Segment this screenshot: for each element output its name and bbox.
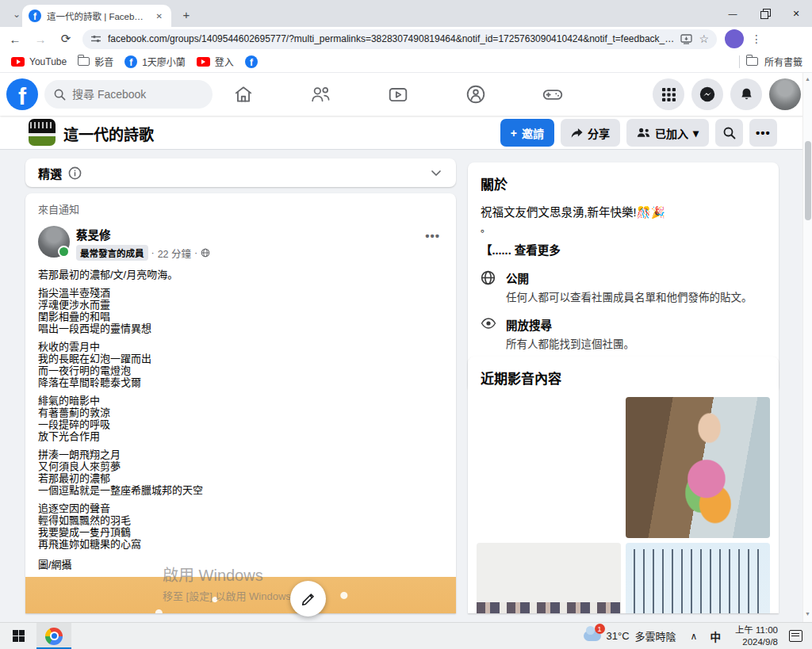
minimize-button[interactable]: —: [717, 0, 749, 27]
reload-button[interactable]: ⟳: [56, 29, 76, 49]
facebook-header-right: [653, 78, 801, 110]
group-name[interactable]: 這一代的詩歌: [63, 123, 154, 144]
poem-stanza: 指尖溫半壺殘酒 浮魂便涉水而靈 閨影相疊的和唱 唱出一段西堤的靈情異想: [38, 287, 443, 334]
scroll-down-arrow[interactable]: ▼: [805, 608, 810, 619]
window-controls: — ✕: [717, 0, 812, 27]
media-grid: 長街: [477, 397, 770, 613]
compose-post-button[interactable]: [290, 581, 326, 617]
taskbar-chrome-button[interactable]: [36, 623, 71, 649]
post-menu-button[interactable]: •••: [422, 226, 443, 246]
forward-button[interactable]: →: [30, 29, 51, 49]
notifications-button[interactable]: [730, 78, 762, 110]
clock-time: 上午 11:00: [735, 624, 778, 636]
back-button[interactable]: ←: [5, 29, 25, 49]
bookmark-folder-media[interactable]: 影音: [78, 55, 113, 68]
privacy-text: 公開 任何人都可以查看社團成員名單和他們發佈的貼文。: [506, 269, 753, 304]
browser-menu-button[interactable]: ⋮: [749, 29, 764, 48]
feed-card: 來自通知 蔡旻修 最常發言的成員 · 22 分鐘 · ••• 若那最初的濃郁/文…: [25, 193, 456, 613]
friends-icon: [310, 84, 331, 105]
poem-stanza: 緋氣的暗影中 有著薔薊的敦涼 一段提碎的呼吸 放下光合作用: [38, 395, 443, 442]
ellipsis-icon: •••: [756, 126, 771, 139]
info-icon[interactable]: [68, 166, 82, 180]
folder-icon: [78, 57, 90, 66]
collapse-chevron-icon[interactable]: [429, 166, 443, 180]
weather-alert-badge: 1: [595, 624, 605, 634]
post-author-name[interactable]: 蔡旻修: [76, 226, 210, 242]
poem-stanza: 若那最初的濃郁/文/月亮吻海。: [38, 269, 443, 281]
scroll-up-arrow[interactable]: ▲: [805, 73, 810, 84]
grid-menu-icon: [662, 88, 676, 101]
page-scrollbar[interactable]: ▲ ▼: [802, 73, 812, 622]
visibility-desc: 所有人都能找到這個社團。: [506, 335, 634, 351]
account-avatar[interactable]: [769, 78, 801, 110]
image-credit: 圖/網攝: [38, 556, 443, 571]
joined-button[interactable]: 已加入 ▾: [626, 119, 709, 147]
facebook-logo[interactable]: f: [6, 78, 38, 110]
start-button[interactable]: [0, 623, 36, 649]
separator: [739, 55, 740, 68]
browser-profile-avatar[interactable]: [725, 29, 744, 48]
post-timestamp[interactable]: 22 分鐘: [158, 246, 191, 261]
browser-tab[interactable]: f 這一代的詩歌 | Facebook ✕: [22, 5, 171, 27]
visibility-text: 開放搜尋 所有人都能找到這個社團。: [506, 316, 634, 351]
search-icon: [54, 89, 66, 101]
site-settings-icon[interactable]: [90, 33, 102, 44]
media-thumb-crane-art[interactable]: [477, 397, 621, 538]
bookmark-youtube-login[interactable]: 登入: [197, 55, 234, 68]
bookmark-facebook-profile[interactable]: f 1天廖小蘭: [124, 55, 186, 68]
messenger-button[interactable]: [691, 78, 723, 110]
media-thumb-poem-sheet[interactable]: 長街: [626, 543, 770, 613]
share-label: 分享: [588, 125, 610, 141]
featured-title: 精選: [38, 165, 62, 181]
action-center-icon[interactable]: [789, 630, 802, 642]
page-content: 精選 來自通知 蔡旻修 最常發言的成員 · 22 分鐘 ·: [0, 150, 812, 622]
facebook-favicon: f: [29, 10, 41, 22]
media-thumb-qipao-woman[interactable]: [626, 397, 770, 538]
address-bar[interactable]: facebook.com/groups/1409544602695777/?mu…: [82, 29, 717, 49]
facebook-icon: f: [245, 55, 258, 68]
search-input[interactable]: [72, 88, 191, 101]
ime-language-indicator[interactable]: 中: [703, 623, 727, 649]
group-search-button[interactable]: [715, 119, 743, 147]
apps-menu-button[interactable]: [653, 78, 684, 110]
tray-show-hidden-icons[interactable]: ∧: [684, 623, 704, 649]
nav-home-tab[interactable]: [208, 73, 279, 116]
close-window-button[interactable]: ✕: [780, 0, 812, 27]
new-tab-button[interactable]: +: [178, 6, 195, 23]
invite-button[interactable]: + 邀請: [500, 119, 554, 147]
chevron-down-icon: ⌄: [13, 9, 21, 20]
nav-watch-tab[interactable]: [362, 73, 434, 116]
install-app-icon[interactable]: [680, 34, 692, 44]
restore-icon: [761, 10, 768, 17]
bookmark-label: 影音: [94, 55, 113, 68]
media-thumb-gallery-group-photo[interactable]: [477, 543, 621, 613]
bookmark-facebook[interactable]: f: [245, 55, 258, 68]
from-notifications-label: 來自通知: [25, 193, 456, 216]
taskbar-weather-button[interactable]: 1 31°C 多雲時陰: [576, 628, 684, 643]
privacy-title: 公開: [506, 269, 753, 286]
bookmark-label: YouTube: [29, 56, 67, 67]
group-more-button[interactable]: •••: [749, 119, 777, 147]
privacy-row: 公開 任何人都可以查看社團成員名單和他們發佈的貼文。: [481, 269, 766, 304]
bookmark-youtube[interactable]: YouTube: [11, 56, 67, 67]
bookmark-star-icon[interactable]: ☆: [699, 32, 709, 45]
facebook-search[interactable]: [44, 80, 213, 109]
taskbar-clock[interactable]: 上午 11:00 2024/9/8: [727, 624, 786, 648]
group-avatar[interactable]: [29, 119, 56, 146]
groups-icon: [465, 84, 486, 105]
bell-icon: [738, 86, 755, 103]
restore-button[interactable]: [749, 0, 780, 27]
all-bookmarks[interactable]: 所有書籤: [739, 55, 802, 68]
nav-groups-tab[interactable]: [440, 73, 511, 116]
tab-close-button[interactable]: ✕: [154, 10, 165, 22]
youtube-icon: [11, 57, 25, 67]
post-author-avatar[interactable]: [38, 226, 70, 258]
share-icon: [571, 128, 583, 139]
group-header-bar: 這一代的詩歌 + 邀請 分享 已加入 ▾ •••: [0, 116, 812, 150]
share-button[interactable]: 分享: [561, 119, 620, 147]
nav-friends-tab[interactable]: [285, 73, 357, 116]
nav-gaming-tab[interactable]: [517, 73, 588, 116]
post-image-crane-painting[interactable]: [25, 577, 456, 613]
scrollbar-thumb[interactable]: [805, 141, 811, 220]
see-more-link[interactable]: 【...... 查看更多: [481, 241, 766, 258]
